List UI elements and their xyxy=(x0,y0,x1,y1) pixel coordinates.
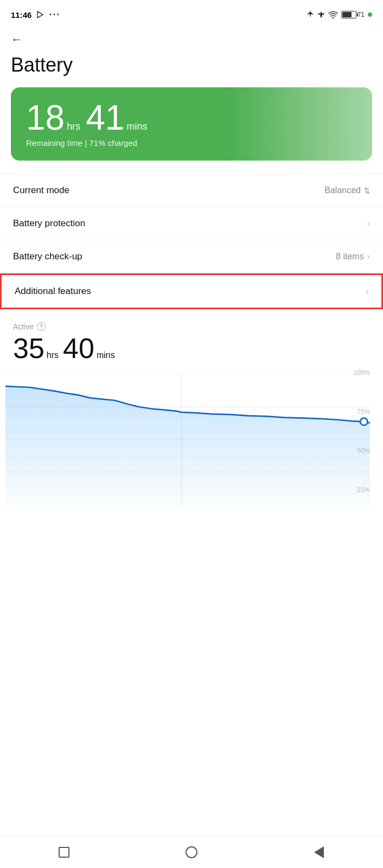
airplane-icon xyxy=(317,11,325,18)
active-mins-unit: mins xyxy=(97,350,115,360)
hours-value: 18 xyxy=(26,100,65,135)
active-time: 35 hrs 40 mins xyxy=(13,334,370,362)
y-label-50: 50% xyxy=(357,447,370,455)
active-mins: 40 xyxy=(63,334,94,362)
battery-checkup-item[interactable]: Battery check-up 8 items › xyxy=(0,240,383,273)
mins-unit: mins xyxy=(126,121,147,132)
nav-circle-icon xyxy=(186,846,197,858)
battery-chart: 100% 75% 50% 25% xyxy=(0,369,383,510)
current-mode-value: Balanced ⇅ xyxy=(324,186,370,195)
chevron-icon-2: › xyxy=(367,252,370,261)
nav-square-button[interactable] xyxy=(48,836,80,869)
active-label-text: Active xyxy=(13,322,34,331)
time-display: 11:46 xyxy=(11,10,31,20)
nav-home-button[interactable] xyxy=(175,836,208,869)
chevron-icon-3: › xyxy=(366,286,368,296)
back-arrow-icon: ← xyxy=(11,33,23,46)
battery-card: 18 hrs 41 mins Remaining time | 71% char… xyxy=(11,87,372,161)
active-section: Active ? 35 hrs 40 mins xyxy=(0,309,383,369)
status-right: 71 xyxy=(307,11,372,18)
mins-value: 41 xyxy=(86,100,124,135)
y-label-100: 100% xyxy=(353,369,370,376)
battery-protection-item[interactable]: Battery protection › xyxy=(0,207,383,240)
status-left: 11:46 ··· xyxy=(11,9,60,21)
wifi-icon xyxy=(328,11,338,18)
page-title: Battery xyxy=(0,49,383,87)
battery-checkup-text: 8 items xyxy=(336,252,364,261)
media-icon xyxy=(36,11,44,18)
current-mode-label: Current mode xyxy=(13,185,69,196)
help-icon[interactable]: ? xyxy=(37,322,46,331)
more-icon: ··· xyxy=(49,9,60,21)
active-hours: 35 xyxy=(13,334,44,362)
y-label-75: 75% xyxy=(357,408,370,416)
additional-features-value: › xyxy=(366,286,368,296)
battery-time: 18 hrs 41 mins xyxy=(26,100,357,135)
hours-unit: hrs xyxy=(67,121,80,132)
nav-bar xyxy=(0,835,383,868)
battery-box xyxy=(341,11,356,18)
active-label-row: Active ? xyxy=(13,322,370,331)
nav-back-button[interactable] xyxy=(303,836,335,869)
location-icon xyxy=(307,11,314,18)
battery-checkup-value: 8 items › xyxy=(336,252,370,261)
battery-protection-label: Battery protection xyxy=(13,218,85,229)
nav-square-icon xyxy=(59,847,69,858)
y-label-25: 25% xyxy=(357,486,370,494)
svg-point-1 xyxy=(332,17,334,19)
battery-indicator: 71 xyxy=(341,11,365,18)
battery-percent: 71 xyxy=(358,11,365,18)
battery-fill xyxy=(342,12,352,17)
svg-marker-0 xyxy=(37,11,43,18)
settings-list: Current mode Balanced ⇅ Battery protecti… xyxy=(0,174,383,309)
additional-features-label: Additional features xyxy=(15,286,91,297)
chart-svg xyxy=(5,374,370,505)
current-mode-item[interactable]: Current mode Balanced ⇅ xyxy=(0,174,383,207)
green-dot xyxy=(368,12,372,17)
chevron-icon: › xyxy=(367,219,370,228)
status-bar: 11:46 ··· 71 xyxy=(0,0,383,27)
active-hours-unit: hrs xyxy=(47,350,59,360)
current-mode-text: Balanced xyxy=(324,186,361,195)
sort-icon: ⇅ xyxy=(364,187,370,195)
back-button[interactable]: ← xyxy=(0,27,383,49)
chart-y-labels: 100% 75% 50% 25% xyxy=(353,369,370,494)
nav-triangle-icon xyxy=(314,846,324,858)
additional-features-item[interactable]: Additional features › xyxy=(0,273,383,309)
remaining-text: Remaining time | 71% charged xyxy=(26,138,357,148)
battery-protection-value: › xyxy=(367,219,370,228)
battery-checkup-label: Battery check-up xyxy=(13,251,82,262)
